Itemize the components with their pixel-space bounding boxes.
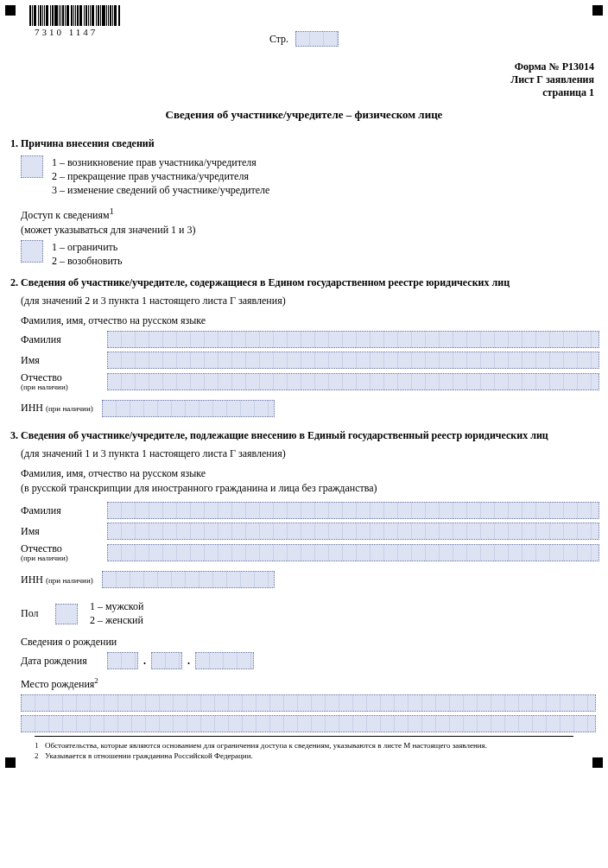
s2-inn-field[interactable]	[102, 400, 275, 417]
barcode-number: 7310 1147	[29, 27, 133, 37]
corner-mark-tr	[592, 5, 603, 16]
form-header: Форма № Р13014 Лист Г заявления страница…	[9, 60, 594, 99]
place-label: Место рождения	[21, 678, 94, 690]
section2-sub: (для значений 2 и 3 пункта 1 настоящего …	[21, 295, 599, 307]
s2-patronymic-label: Отчество	[21, 371, 62, 383]
footnote-rule	[35, 736, 573, 737]
gender-opt2: 2 – женский	[90, 614, 143, 628]
page-label: Стр.	[269, 33, 288, 46]
place-field-1[interactable]	[21, 694, 596, 712]
s2-ifpresent: (при наличии)	[21, 383, 107, 391]
s3-inn-field[interactable]	[102, 571, 275, 588]
s2-surname-field[interactable]	[107, 331, 599, 348]
s3-patronymic-label: Отчество	[21, 542, 62, 554]
s3-surname-label: Фамилия	[21, 505, 107, 516]
reason-opt1: 1 – возникновение прав участника/учредит…	[52, 155, 269, 169]
page-number-field[interactable]	[295, 31, 339, 47]
form-page: страница 1	[9, 86, 594, 99]
dot-icon: .	[143, 655, 146, 668]
access-note: (может указываться для значений 1 и 3)	[21, 224, 599, 237]
access-head: Доступ к сведениям	[21, 209, 110, 221]
access-opt1: 1 – ограничить	[52, 240, 123, 254]
section2-head: 2. Сведения об участнике/учредителе, сод…	[10, 276, 599, 289]
corner-mark-br	[592, 757, 603, 768]
dob-label: Дата рождения	[21, 655, 107, 668]
dob-year-field[interactable]	[195, 652, 254, 669]
dob-month-field[interactable]	[151, 652, 182, 669]
section2-fiohead: Фамилия, имя, отчество на русском языке	[21, 314, 599, 327]
gender-label: Пол	[21, 607, 55, 620]
birth-head: Сведения о рождении	[21, 636, 599, 649]
footnote2: Указывается в отношении гражданина Росси…	[45, 751, 253, 761]
section3-fiosub: (в русской транскрипции для иностранного…	[21, 482, 599, 495]
s3-inn-label: ИНН	[21, 573, 43, 586]
s2-inn-ifpresent: (при наличии)	[46, 404, 93, 413]
corner-mark-tl	[5, 5, 16, 16]
access-opt2: 2 – возобновить	[52, 254, 123, 268]
form-sheet: Лист Г заявления	[9, 73, 594, 86]
reason-opt2: 2 – прекращение прав участника/учредител…	[52, 169, 269, 183]
reason-opt3: 3 – изменение сведений об участнике/учре…	[52, 183, 269, 197]
s2-name-field[interactable]	[107, 352, 599, 369]
s3-name-label: Имя	[21, 526, 107, 537]
s2-surname-label: Фамилия	[21, 334, 107, 345]
s3-inn-ifpresent: (при наличии)	[46, 576, 93, 585]
place-field-2[interactable]	[21, 715, 596, 732]
page-title: Сведения об участнике/учредителе – физич…	[9, 108, 599, 122]
barcode: 7310 1147	[29, 5, 133, 37]
s3-surname-field[interactable]	[107, 502, 599, 519]
section3-sub: (для значений 1 и 3 пункта 1 настоящего …	[21, 447, 599, 460]
s2-inn-label: ИНН	[21, 402, 43, 414]
place-sup: 2	[94, 676, 98, 685]
dob-day-field[interactable]	[107, 652, 138, 669]
access-sup: 1	[110, 206, 114, 216]
form-number: Форма № Р13014	[9, 60, 594, 73]
s2-patronymic-field[interactable]	[107, 373, 599, 390]
reason-field[interactable]	[21, 155, 43, 178]
footnote2-num: 2	[35, 751, 45, 761]
s2-name-label: Имя	[21, 355, 107, 366]
s3-name-field[interactable]	[107, 523, 599, 540]
gender-opt1: 1 – мужской	[90, 600, 143, 614]
s3-patronymic-field[interactable]	[107, 544, 599, 561]
access-field[interactable]	[21, 240, 43, 263]
section3-head: 3. Сведения об участнике/учредителе, под…	[10, 429, 599, 442]
gender-field[interactable]	[55, 604, 78, 624]
footnote1: Обстоятельства, которые являются основан…	[45, 740, 487, 751]
corner-mark-bl	[5, 757, 16, 768]
s3-ifpresent: (при наличии)	[21, 554, 107, 562]
section1-head: 1. Причина внесения сведений	[10, 137, 599, 150]
section3-fiohead: Фамилия, имя, отчество на русском языке	[21, 467, 599, 480]
dot-icon: .	[187, 655, 190, 668]
footnote1-num: 1	[35, 740, 45, 751]
